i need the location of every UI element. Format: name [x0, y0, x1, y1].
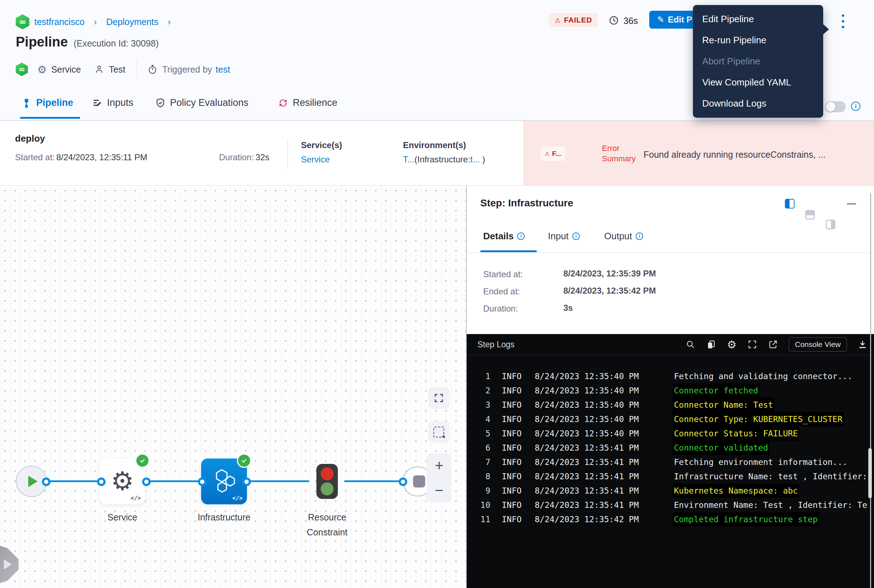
harness-cd-module-icon: ∞ — [16, 14, 29, 29]
service-link[interactable]: Service — [301, 154, 329, 165]
play-icon — [28, 476, 38, 487]
tab-inputs-label: Inputs — [107, 97, 134, 108]
step-logs-console: Step Logs ⚙ Console View — [466, 334, 874, 588]
log-settings-gear-icon[interactable]: ⚙ — [727, 338, 737, 351]
menu-arrow — [823, 24, 829, 35]
test-meta-label[interactable]: Test — [109, 64, 125, 75]
breadcrumb-separator: › — [94, 17, 97, 27]
tab-policy-evaluations[interactable]: Policy Evaluations — [155, 97, 248, 108]
node-label-service[interactable]: Service — [83, 510, 162, 525]
pipeline-icon — [21, 98, 32, 108]
infrastructure-link[interactable]: t... — [470, 154, 480, 164]
panel-scrollbar-track[interactable] — [870, 193, 871, 588]
minimize-panel-button[interactable] — [847, 203, 856, 205]
console-view-button[interactable]: Console View — [789, 337, 847, 352]
inputs-icon — [92, 98, 103, 108]
canvas-select-button[interactable] — [428, 422, 450, 443]
menu-item-edit-pipeline[interactable]: Edit Pipeline — [693, 9, 823, 30]
red-light — [321, 468, 334, 480]
menu-item-rerun-pipeline[interactable]: Re-run Pipeline — [693, 30, 823, 51]
total-duration: 36s — [623, 16, 638, 26]
infrastructure-hexagons-icon — [211, 467, 238, 494]
port — [97, 477, 105, 486]
execution-id: (Execution Id: 30098) — [74, 38, 159, 49]
meta-divider — [137, 60, 137, 79]
template-code-icon: </> — [232, 495, 243, 501]
chevron-right-icon — [4, 560, 12, 569]
panel-tab-output[interactable]: Output — [604, 231, 643, 242]
log-scrollbar-thumb[interactable] — [868, 448, 872, 498]
view-toggle-switch[interactable] — [825, 101, 846, 112]
edge-constraint-end — [344, 480, 403, 482]
breadcrumb-org-link[interactable]: testfrancisco — [35, 17, 84, 27]
port — [399, 477, 407, 486]
panel-active-tab-underline — [480, 250, 537, 252]
user-icon — [94, 64, 104, 75]
environment-link[interactable]: T... — [403, 154, 414, 164]
panel-tabs-border — [467, 252, 870, 253]
info-icon[interactable] — [851, 102, 860, 111]
panel-tab-details[interactable]: Details — [483, 231, 525, 242]
pipeline-canvas[interactable]: ⚙ </> Service </> Infrastructure — [0, 186, 466, 588]
more-options-kebab-icon[interactable] — [842, 14, 844, 28]
shield-check-icon — [155, 98, 166, 108]
zoom-out-button[interactable]: − — [435, 483, 444, 498]
tab-pipeline[interactable]: Pipeline — [21, 97, 74, 108]
green-light — [321, 483, 334, 495]
layout-split-bottom-button[interactable] — [805, 210, 815, 220]
panel-tab-input[interactable]: Input — [548, 231, 580, 242]
layout-split-left-button[interactable] — [785, 199, 794, 208]
zoom-in-button[interactable]: + — [435, 458, 444, 473]
error-summary-label: Error Summary — [602, 143, 636, 164]
pipeline-meta-row: ∞ ⚙ Service Test Triggered by test — [16, 62, 230, 77]
node-resource-constraint-traffic-light-icon[interactable] — [316, 464, 338, 499]
page-title: Pipeline — [16, 34, 68, 50]
panel-tab-output-label: Output — [604, 231, 632, 242]
breadcrumb-deployments-link[interactable]: Deployments — [106, 17, 159, 27]
stage-name[interactable]: deploy — [15, 133, 45, 144]
stage-column-divider — [287, 140, 288, 168]
triggered-by-user-link[interactable]: test — [216, 64, 230, 75]
canvas-fullscreen-button[interactable] — [428, 387, 450, 409]
node-label-infrastructure[interactable]: Infrastructure — [185, 510, 263, 525]
log-download-icon[interactable] — [857, 339, 868, 350]
active-tab-underline — [20, 117, 80, 119]
edge-infrastructure-constraint — [247, 480, 309, 482]
info-icon[interactable] — [636, 232, 643, 240]
environments-column-header: Environment(s) — [403, 140, 466, 150]
info-icon[interactable] — [517, 232, 525, 240]
stop-icon — [413, 476, 425, 488]
log-row: 9INFO8/24/2023 12:35:41 PMKubernetes Nam… — [466, 483, 874, 498]
gear-icon: ⚙ — [37, 63, 47, 76]
error-summary-message[interactable]: Found already running resourceConstrains… — [644, 150, 826, 160]
detail-ended-label: Ended at: — [483, 286, 520, 297]
log-copy-icon[interactable] — [706, 339, 716, 350]
panel-tab-details-label: Details — [483, 231, 514, 242]
log-fullscreen-icon[interactable] — [747, 339, 757, 350]
log-row: 11INFO8/24/2023 12:35:42 PMCompleted inf… — [466, 512, 874, 526]
tab-inputs[interactable]: Inputs — [92, 97, 134, 108]
info-icon[interactable] — [572, 232, 580, 240]
log-row: 10INFO8/24/2023 12:35:41 PMEnvironment N… — [466, 498, 874, 512]
status-text: FAILED — [564, 16, 592, 24]
success-check-icon — [135, 453, 150, 468]
menu-item-download-logs[interactable]: Download Logs — [693, 93, 823, 114]
node-service[interactable]: ⚙ </> — [99, 459, 145, 504]
log-row: 4INFO8/24/2023 12:35:40 PMConnector Type… — [466, 412, 874, 426]
node-infrastructure[interactable]: </> — [201, 459, 247, 504]
node-label-resource-constraint[interactable]: Resource Constraint — [288, 510, 367, 540]
marquee-select-icon — [433, 427, 444, 437]
layout-split-right-button[interactable] — [826, 220, 835, 229]
breadcrumb-separator: › — [168, 17, 171, 27]
service-meta-label[interactable]: Service — [51, 64, 81, 75]
log-open-external-icon[interactable] — [768, 339, 778, 350]
log-search-icon[interactable] — [685, 339, 695, 350]
stage-duration: Duration: 32s — [219, 152, 269, 162]
stage-started-at: Started at: 8/24/2023, 12:35:11 PM — [15, 152, 147, 162]
step-logs-title: Step Logs — [477, 340, 514, 350]
panel-divider[interactable] — [466, 186, 467, 588]
success-check-icon — [237, 453, 251, 468]
tab-resilience[interactable]: Resilience — [278, 97, 337, 108]
port — [198, 477, 206, 486]
menu-item-view-compiled-yaml[interactable]: View Compiled YAML — [693, 72, 823, 93]
